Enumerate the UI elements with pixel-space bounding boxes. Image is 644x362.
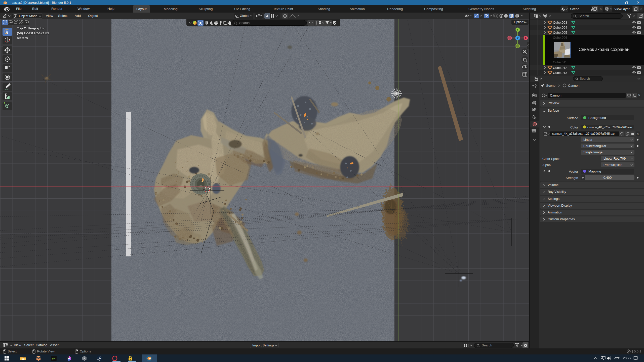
svg-text:X: X: [525, 37, 527, 39]
svg-text:Z: Z: [517, 37, 519, 40]
svg-text:Y: Y: [517, 28, 519, 31]
